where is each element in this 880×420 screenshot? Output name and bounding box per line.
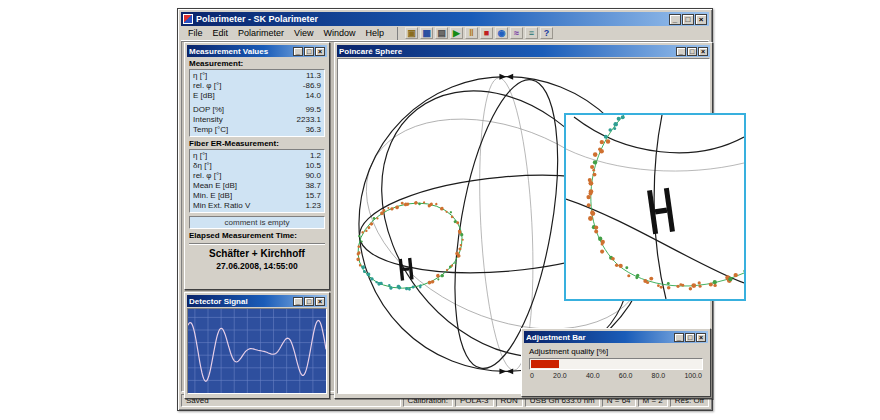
help-icon[interactable]: ?: [540, 27, 553, 39]
poincare-sphere-titlebar[interactable]: Poincaré Sphere _□×: [337, 45, 710, 57]
comment-field: comment is empty: [189, 216, 325, 229]
adjustment-bar-title: Adjustment Bar: [526, 333, 672, 342]
maximize-button[interactable]: □: [304, 47, 314, 56]
measurement-row: Min Ext. Ratio V1.23: [193, 201, 321, 211]
minimize-button[interactable]: _: [669, 14, 681, 25]
measurement-values-title: Measurement Values: [189, 47, 291, 56]
row-label: δη [°]: [193, 161, 212, 171]
row-value: 1.2: [310, 151, 321, 161]
tick-label: 40.0: [586, 372, 600, 379]
row-value: -86.9: [303, 81, 321, 91]
start-measurement-icon[interactable]: ▶: [450, 27, 463, 39]
menu-polarimeter[interactable]: Polarimeter: [233, 27, 289, 39]
detector-signal-title: Detector Signal: [189, 297, 291, 306]
window-controls: _□×: [293, 297, 325, 306]
measurement-row: Min. E [dB]15.7: [193, 191, 321, 201]
close-button[interactable]: ×: [698, 47, 708, 56]
window-controls: _□×: [676, 47, 708, 56]
row-label: rel. φ [°]: [193, 171, 221, 181]
menu-window[interactable]: Window: [318, 27, 360, 39]
close-button[interactable]: ×: [696, 333, 706, 342]
open-file-icon[interactable]: ▣: [405, 27, 418, 39]
zoom-inset: [564, 113, 746, 301]
minimize-button[interactable]: _: [293, 297, 303, 306]
row-value: 90.0: [305, 171, 321, 181]
maximize-button[interactable]: □: [687, 47, 697, 56]
measurement-row: rel. φ [°]90.0: [193, 171, 321, 181]
elapsed-time-label: Elapsed Measurement Time:: [189, 231, 325, 240]
desktop: Polarimeter - SK Polarimeter _□× FileEdi…: [0, 0, 880, 420]
menu-items: FileEditPolarimeterViewWindowHelp: [183, 27, 389, 39]
row-label: Min Ext. Ratio V: [193, 201, 250, 211]
row-label: Mean E [dB]: [193, 181, 237, 191]
app-title: Polarimeter - SK Polarimeter: [196, 14, 666, 24]
row-value: 38.7: [305, 181, 321, 191]
adjustment-bar-body: Adjustment quality [%] 020.040.060.080.0…: [524, 344, 708, 381]
stop-measurement-icon[interactable]: ■: [480, 27, 493, 39]
measurement-row: η [°]11.3: [193, 71, 321, 81]
maximize-button[interactable]: □: [685, 333, 695, 342]
maximize-button[interactable]: □: [304, 297, 314, 306]
row-label: η [°]: [193, 71, 207, 81]
row-value: 1.23: [305, 201, 321, 211]
fiber-er-section-label: Fiber ER-Measurement:: [189, 139, 325, 148]
measurement-row: Mean E [dB]38.7: [193, 181, 321, 191]
close-button[interactable]: ×: [315, 47, 325, 56]
minimize-button[interactable]: _: [674, 333, 684, 342]
save-icon[interactable]: ▦: [420, 27, 433, 39]
row-label: DOP [%]: [193, 105, 224, 115]
measurement-section-label: Measurement:: [189, 59, 325, 68]
measurement-row: δη [°]10.5: [193, 161, 321, 171]
tick-label: 0: [530, 372, 534, 379]
adjustment-quality-fill: [531, 360, 559, 368]
measurement-values-icon[interactable]: ≡: [525, 27, 538, 39]
close-button[interactable]: ×: [695, 14, 707, 25]
app-titlebar[interactable]: Polarimeter - SK Polarimeter _□×: [181, 12, 709, 26]
detector-waveform: [188, 309, 326, 393]
row-value: 14.0: [305, 91, 321, 101]
pole-marker-bottom: [499, 368, 513, 374]
adjustment-scale: 020.040.060.080.0100.0: [529, 372, 703, 379]
measurement-row: Temp [°C]36.3: [193, 125, 321, 135]
row-value: 36.3: [305, 125, 321, 135]
poincare-sphere-title: Poincaré Sphere: [339, 47, 674, 56]
row-value: 10.5: [305, 161, 321, 171]
tick-label: 60.0: [619, 372, 633, 379]
tick-label: 20.0: [553, 372, 567, 379]
pause-measurement-icon[interactable]: ‖: [465, 27, 478, 39]
row-value: 2233.1: [297, 115, 321, 125]
menu-view[interactable]: View: [289, 27, 318, 39]
menu-help[interactable]: Help: [360, 27, 389, 39]
app-icon: [183, 14, 193, 24]
adjustment-bar-titlebar[interactable]: Adjustment Bar _□×: [524, 331, 708, 343]
measurement-row: DOP [%]99.5: [193, 105, 321, 115]
adjustment-bar-window: Adjustment Bar _□× Adjustment quality [%…: [521, 328, 711, 397]
print-icon[interactable]: ▤: [435, 27, 448, 39]
poincare-sphere-icon[interactable]: ◉: [495, 27, 508, 39]
row-label: Temp [°C]: [193, 125, 228, 135]
tick-label: 100.0: [684, 372, 702, 379]
close-button[interactable]: ×: [315, 297, 325, 306]
window-controls: _□×: [293, 47, 325, 56]
measurement-row: rel. φ [°]-86.9: [193, 81, 321, 91]
measurement-dots-zoomed: [586, 115, 744, 290]
row-label: Intensity: [193, 115, 223, 125]
toolbar: ▣▦▤▶‖■◉≈≡?: [397, 27, 553, 40]
menu-edit[interactable]: Edit: [208, 27, 234, 39]
menu-file[interactable]: File: [183, 27, 208, 39]
measurement-row: η [°]1.2: [193, 151, 321, 161]
measurement-values-titlebar[interactable]: Measurement Values _□×: [187, 45, 327, 57]
detector-signal-plot: [187, 308, 327, 394]
detector-signal-icon[interactable]: ≈: [510, 27, 523, 39]
timestamp-label: 27.06.2008, 14:55:00: [187, 261, 327, 271]
divider: [189, 243, 325, 245]
maximize-button[interactable]: □: [682, 14, 694, 25]
menubar: FileEditPolarimeterViewWindowHelp ▣▦▤▶‖■…: [181, 26, 709, 41]
minimize-button[interactable]: _: [676, 47, 686, 56]
detector-signal-titlebar[interactable]: Detector Signal _□×: [187, 295, 327, 307]
minimize-button[interactable]: _: [293, 47, 303, 56]
row-value: 99.5: [305, 105, 321, 115]
fiber-er-value-box: η [°]1.2δη [°]10.5rel. φ [°]90.0Mean E […: [189, 149, 325, 213]
detector-signal-window: Detector Signal _□×: [184, 292, 330, 399]
row-value: 11.3: [306, 71, 321, 81]
